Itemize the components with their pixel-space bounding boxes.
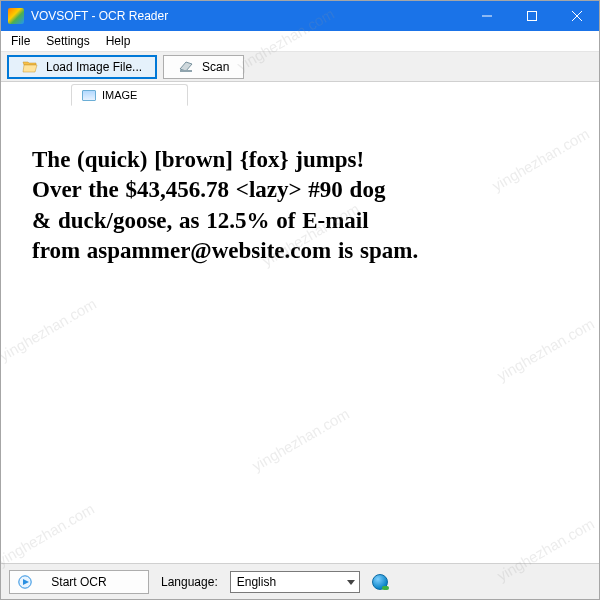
tab-image[interactable]: IMAGE <box>71 84 188 106</box>
folder-open-icon <box>22 59 38 75</box>
image-viewport: The (quick) [brown] {fox} jumps! Over th… <box>2 107 598 563</box>
minimize-button[interactable] <box>464 1 509 31</box>
language-value: English <box>237 575 276 589</box>
ocr-line: The (quick) [brown] {fox} jumps! <box>32 145 568 175</box>
tab-strip: IMAGE <box>1 82 599 106</box>
ocr-line: from aspammer@website.com is spam. <box>32 236 568 266</box>
close-button[interactable] <box>554 1 599 31</box>
window-title: VOVSOFT - OCR Reader <box>31 9 168 23</box>
toolbar: Load Image File... Scan <box>1 52 599 82</box>
menu-file[interactable]: File <box>3 31 38 51</box>
ocr-sample-text: The (quick) [brown] {fox} jumps! Over th… <box>32 145 568 266</box>
ocr-line: Over the $43,456.78 <lazy> #90 dog <box>32 175 568 205</box>
menu-bar: File Settings Help <box>1 31 599 52</box>
start-ocr-button[interactable]: Start OCR <box>9 570 149 594</box>
language-select[interactable]: English <box>230 571 360 593</box>
ocr-line: & duck/goose, as 12.5% of E-mail <box>32 206 568 236</box>
maximize-button[interactable] <box>509 1 554 31</box>
play-icon <box>18 575 32 589</box>
svg-rect-4 <box>180 70 192 72</box>
language-label: Language: <box>161 575 218 589</box>
menu-help[interactable]: Help <box>98 31 139 51</box>
load-image-button[interactable]: Load Image File... <box>7 55 157 79</box>
globe-icon[interactable] <box>372 574 388 590</box>
close-icon <box>572 11 582 21</box>
title-bar: VOVSOFT - OCR Reader <box>1 1 599 31</box>
svg-marker-7 <box>347 580 355 585</box>
app-icon <box>8 8 24 24</box>
svg-rect-1 <box>527 12 536 21</box>
scanner-icon <box>178 59 194 75</box>
menu-settings[interactable]: Settings <box>38 31 97 51</box>
maximize-icon <box>527 11 537 21</box>
status-bar: Start OCR Language: English <box>1 563 599 599</box>
scan-label: Scan <box>202 60 229 74</box>
tab-image-label: IMAGE <box>102 89 137 101</box>
start-ocr-label: Start OCR <box>51 575 106 589</box>
load-image-label: Load Image File... <box>46 60 142 74</box>
image-file-icon <box>82 90 96 101</box>
chevron-down-icon <box>347 578 355 586</box>
minimize-icon <box>482 11 492 21</box>
scan-button[interactable]: Scan <box>163 55 244 79</box>
